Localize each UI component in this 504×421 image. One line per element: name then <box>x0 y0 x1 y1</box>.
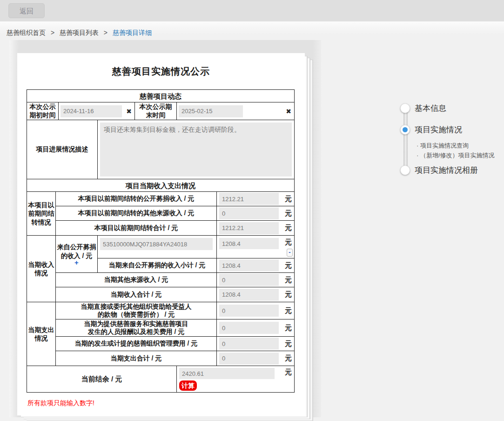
step-implementation-album-label: 项目实施情况相册 <box>415 165 478 176</box>
income-subtotal-row: 当期来自公开募捐的收入小计 / 元 元 <box>98 258 294 272</box>
substep-implementation-query[interactable]: · 项目实施情况查询 <box>417 142 469 150</box>
section-header-dynamics: 慈善项目动态 <box>27 90 294 102</box>
start-date-label: 本次公示期初时间 <box>27 102 59 120</box>
add-income-row-icon[interactable]: + <box>74 260 79 265</box>
expense-staff-input[interactable] <box>219 322 279 334</box>
calculate-button[interactable]: 计算 <box>179 380 197 391</box>
unit-yuan: 元 <box>285 276 292 285</box>
step-implementation-album[interactable]: 项目实施情况相册 <box>400 165 478 176</box>
unit-yuan: 元 <box>285 290 292 299</box>
progress-description-row: 项目进展情况描述 项目还未筹集到目标金额，还在走访调研阶段。 <box>27 120 294 179</box>
progress-description-cell: 项目还未筹集到目标金额，还在走访调研阶段。 <box>98 120 294 179</box>
balance-input[interactable] <box>179 368 275 379</box>
income-total-row: 当期收入合计 / 元 元 <box>56 287 294 302</box>
carryover-public-input[interactable] <box>219 193 279 205</box>
clear-start-date-icon[interactable]: ✖ <box>126 108 132 115</box>
unit-yuan: 元 <box>285 306 292 315</box>
breadcrumb-separator: > <box>104 29 108 36</box>
numeric-only-warning: 所有款项只能输入数字! <box>27 399 296 407</box>
unit-yuan: 元 <box>285 340 292 348</box>
end-date-label: 本次公示期末时间 <box>135 102 177 120</box>
unit-yuan: 元 <box>285 209 292 218</box>
carryover-total-input[interactable] <box>219 222 279 234</box>
carryover-group-label: 本项目以前期间结转情况 <box>27 192 56 235</box>
substep-implementation-edit[interactable]: · （新增/修改）项目实施情况 <box>417 151 495 160</box>
step-circle-icon <box>400 103 410 113</box>
balance-label: 当前结余 / 元 <box>27 366 177 392</box>
unit-yuan: 元 <box>285 195 292 204</box>
carryover-total-row: 本项目以前期间结转合计 / 元 元 <box>56 221 294 235</box>
unit-yuan: 元 <box>285 238 292 247</box>
breadcrumb-home[interactable]: 慈善组织首页 <box>7 29 46 36</box>
fundraising-id-input[interactable] <box>100 238 213 250</box>
unit-yuan: 元 <box>285 368 292 377</box>
breadcrumb-project-list[interactable]: 慈善项目列表 <box>60 29 99 36</box>
page-title: 慈善项目实施情况公示 <box>27 65 296 78</box>
expense-aid-input[interactable] <box>219 305 279 317</box>
back-button[interactable]: 返回 <box>8 3 45 18</box>
step-implementation-label: 项目实施情况 <box>415 124 462 135</box>
end-date-input[interactable] <box>179 105 243 117</box>
income-public-input[interactable] <box>219 238 279 249</box>
carryover-public-row: 本项目以前期间结转的公开募捐收入 / 元 元 <box>56 192 294 206</box>
step-circle-icon <box>400 165 410 175</box>
clear-end-date-icon[interactable]: ✖ <box>286 108 291 115</box>
expense-aid-row: 当期直接或委托其他组织资助给受益人 的款物（物资需折价） / 元 元 <box>56 302 294 319</box>
paper-shadow-zone: 慈善项目实施情况公示 慈善项目动态 本次公示期初时间 ✖ 本次公示期末时间 ✖ … <box>9 40 321 417</box>
income-subtotal-input[interactable] <box>219 259 279 272</box>
step-circle-active-icon <box>400 125 410 135</box>
income-public-label-cell: 来自公开募捐的收入 / 元 + <box>56 236 98 272</box>
expense-staff-row: 当期为提供慈善服务和实施慈善项目 发生的人员报酬以及相关费用 / 元 元 <box>56 319 294 337</box>
end-date-cell: ✖ <box>177 102 294 120</box>
breadcrumb-project-detail[interactable]: 慈善项目详细 <box>113 29 152 36</box>
remove-income-row-icon[interactable]: - <box>287 249 293 257</box>
expense-group: 当期支出情况 当期直接或委托其他组织资助给受益人 的款物（物资需折价） / 元 … <box>27 302 294 366</box>
expense-total-input[interactable] <box>219 353 279 365</box>
progress-description-label: 项目进展情况描述 <box>27 120 98 179</box>
expense-total-row: 当期支出合计 / 元 元 <box>56 351 294 366</box>
income-group-label: 当期收入情况 <box>27 236 56 302</box>
income-other-input[interactable] <box>219 274 279 286</box>
publicity-form-table: 慈善项目动态 本次公示期初时间 ✖ 本次公示期末时间 ✖ 项目进展情况描述 项目… <box>27 89 295 393</box>
publicity-period-row: 本次公示期初时间 ✖ 本次公示期末时间 ✖ <box>27 102 294 120</box>
breadcrumb-separator: > <box>51 29 54 36</box>
income-public-label: 来自公开募捐的收入 / 元 <box>57 243 96 259</box>
carryover-group: 本项目以前期间结转情况 本项目以前期间结转的公开募捐收入 / 元 元 本项目以前… <box>27 192 294 236</box>
carryover-other-row: 本项目以前期间结转的其他来源收入 / 元 元 <box>56 206 294 221</box>
progress-description-textarea[interactable]: 项目还未筹集到目标金额，还在走访调研阶段。 <box>100 122 292 177</box>
step-implementation[interactable]: 项目实施情况 <box>400 124 462 135</box>
publicity-form-card: 慈善项目实施情况公示 慈善项目动态 本次公示期初时间 ✖ 本次公示期末时间 ✖ … <box>17 53 305 415</box>
unit-yuan: 元 <box>285 261 292 270</box>
carryover-other-input[interactable] <box>219 207 279 219</box>
income-public-block: 来自公开募捐的收入 / 元 + 元 - <box>56 236 294 273</box>
unit-yuan: 元 <box>285 324 292 333</box>
expense-admin-row: 当期的发生或计提的慈善组织管理费用 / 元 元 <box>56 337 294 351</box>
breadcrumb: 慈善组织首页 > 慈善项目列表 > 慈善项目详细 <box>0 21 504 40</box>
expense-admin-input[interactable] <box>219 338 279 350</box>
expense-group-label: 当期支出情况 <box>27 302 56 366</box>
income-other-row: 当期其他来源收入 / 元 元 <box>56 273 294 287</box>
start-date-cell: ✖ <box>59 102 135 120</box>
section-stepper: 基本信息 项目实施情况 · 项目实施情况查询 · （新增/修改）项目实施情况 项… <box>400 103 503 182</box>
income-group: 当期收入情况 来自公开募捐的收入 / 元 + <box>27 236 294 302</box>
income-public-id-row: 元 - <box>98 236 294 258</box>
unit-yuan: 元 <box>285 354 292 363</box>
step-basic-info-label: 基本信息 <box>415 103 446 114</box>
unit-yuan: 元 <box>285 224 292 232</box>
start-date-input[interactable] <box>60 105 122 117</box>
step-basic-info[interactable]: 基本信息 <box>400 103 446 114</box>
balance-row: 当前结余 / 元 元 计算 <box>27 366 294 392</box>
section-header-finance: 项目当期收入支出情况 <box>27 179 294 192</box>
income-total-input[interactable] <box>219 289 279 301</box>
top-bar: 返回 <box>0 0 504 21</box>
